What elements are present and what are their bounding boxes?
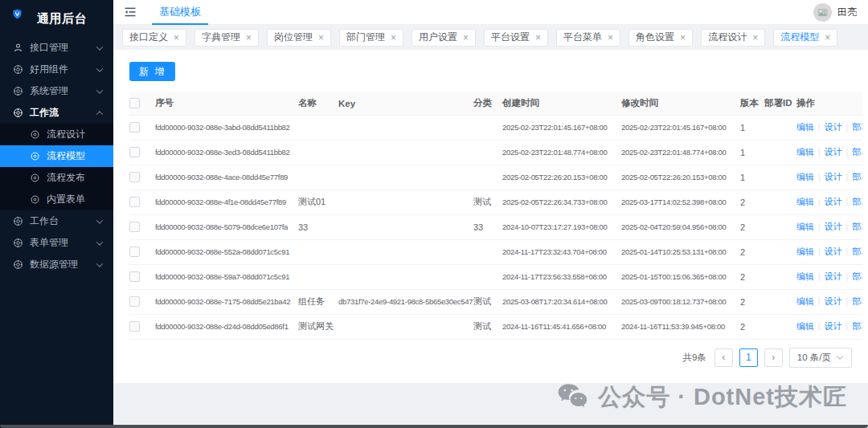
- cell-name: 测试网关: [298, 314, 338, 339]
- action-separator: |: [818, 247, 821, 256]
- table-row: fdd00000-9032-088e-4f1e-08dd45e77f89测试01…: [129, 190, 862, 214]
- sidebar-item-label: 好用组件: [30, 63, 91, 76]
- action-编辑[interactable]: 编辑: [796, 321, 814, 331]
- cell-name: 测试01: [298, 190, 338, 214]
- action-编辑[interactable]: 编辑: [796, 296, 814, 306]
- close-icon[interactable]: ×: [680, 33, 686, 43]
- row-checkbox[interactable]: [129, 271, 140, 282]
- close-icon[interactable]: ×: [535, 33, 541, 43]
- sidebar-subitem-内置表单[interactable]: 内置表单: [0, 189, 113, 210]
- close-icon[interactable]: ×: [752, 33, 758, 43]
- close-icon[interactable]: ×: [318, 33, 324, 43]
- sidebar-item-好用组件[interactable]: 好用组件: [0, 59, 113, 80]
- close-icon[interactable]: ×: [174, 33, 179, 43]
- action-设计[interactable]: 设计: [825, 147, 842, 157]
- close-icon[interactable]: ×: [825, 33, 830, 43]
- prev-page-button[interactable]: ‹: [714, 349, 733, 367]
- cell-version: 1: [740, 140, 764, 165]
- action-部署[interactable]: 部署: [852, 122, 862, 132]
- tag-流程设计[interactable]: 流程设计×: [701, 29, 765, 47]
- user-menu[interactable]: 田亮: [813, 3, 857, 22]
- action-设计[interactable]: 设计: [825, 172, 842, 181]
- tag-平台设置[interactable]: 平台设置×: [484, 29, 548, 47]
- cell-created: 2025-02-23T22:01:48.774+08:00: [502, 140, 621, 165]
- row-checkbox[interactable]: [129, 321, 140, 332]
- tag-字典管理[interactable]: 字典管理×: [194, 29, 259, 47]
- action-设计[interactable]: 设计: [825, 247, 842, 256]
- row-checkbox[interactable]: [129, 122, 140, 132]
- close-icon[interactable]: ×: [608, 33, 613, 43]
- action-编辑[interactable]: 编辑: [796, 271, 814, 281]
- action-separator: |: [846, 247, 849, 256]
- tag-部门管理[interactable]: 部门管理×: [339, 29, 403, 47]
- action-设计[interactable]: 设计: [825, 197, 842, 206]
- row-checkbox[interactable]: [129, 172, 140, 182]
- sidebar-item-系统管理[interactable]: 系统管理: [0, 80, 113, 102]
- action-编辑[interactable]: 编辑: [796, 222, 814, 231]
- cell-deploy-id: [764, 314, 796, 339]
- row-checkbox[interactable]: [129, 197, 140, 207]
- cell-category: [473, 239, 502, 264]
- tag-岗位管理[interactable]: 岗位管理×: [267, 29, 331, 47]
- close-icon[interactable]: ×: [463, 33, 469, 43]
- cell-created: 2025-02-23T22:01:45.167+08:00: [502, 115, 621, 140]
- tag-平台菜单[interactable]: 平台菜单×: [556, 29, 620, 47]
- cell-actions: 编辑|设计|部署: [796, 264, 862, 289]
- action-部署[interactable]: 部署: [852, 222, 862, 231]
- cell-name: [298, 140, 338, 165]
- sidebar-subitem-流程模型[interactable]: 流程模型: [0, 145, 113, 167]
- sidebar-subitem-流程发布[interactable]: 流程发布: [0, 167, 113, 189]
- action-设计[interactable]: 设计: [825, 296, 842, 306]
- select-all-checkbox[interactable]: [129, 98, 140, 108]
- sidebar-item-工作流[interactable]: 工作流: [0, 102, 113, 124]
- sidebar-item-工作台[interactable]: 工作台: [0, 210, 113, 232]
- sidebar-item-数据源管理[interactable]: 数据源管理: [0, 254, 113, 275]
- tab-base-template[interactable]: 基础模板: [157, 0, 203, 25]
- row-checkbox[interactable]: [129, 147, 140, 157]
- row-checkbox[interactable]: [129, 247, 140, 257]
- action-设计[interactable]: 设计: [825, 222, 842, 231]
- sidebar-item-接口管理[interactable]: 接口管理: [0, 37, 113, 59]
- action-编辑[interactable]: 编辑: [796, 172, 814, 181]
- next-page-button[interactable]: ›: [764, 349, 783, 367]
- main-area: 基础模板 田亮 接口定义×字典管理×岗位管理×部门管理×用户设置×平台设置×平台…: [113, 0, 868, 428]
- menu-fold-icon[interactable]: [123, 5, 137, 19]
- action-部署[interactable]: 部署: [852, 172, 862, 181]
- action-编辑[interactable]: 编辑: [796, 122, 814, 132]
- sidebar-item-表单管理[interactable]: 表单管理: [0, 232, 113, 254]
- window-bottom-edge: [0, 425, 868, 428]
- cell-deploy-id: [764, 239, 796, 264]
- action-部署[interactable]: 部署: [852, 197, 862, 206]
- action-编辑[interactable]: 编辑: [796, 197, 814, 206]
- action-部署[interactable]: 部署: [852, 247, 862, 256]
- action-部署[interactable]: 部署: [852, 321, 862, 331]
- sidebar-item-label: 工作台: [30, 214, 91, 228]
- select-all-header: [129, 92, 155, 115]
- action-部署[interactable]: 部署: [852, 147, 862, 157]
- cell-name: 33: [298, 214, 338, 239]
- close-icon[interactable]: ×: [391, 33, 396, 43]
- action-separator: |: [846, 272, 849, 281]
- close-icon[interactable]: ×: [246, 33, 252, 43]
- tag-用户设置[interactable]: 用户设置×: [411, 29, 476, 47]
- action-部署[interactable]: 部署: [852, 296, 862, 306]
- action-设计[interactable]: 设计: [825, 271, 842, 281]
- action-编辑[interactable]: 编辑: [796, 147, 814, 157]
- action-separator: |: [818, 123, 821, 132]
- row-checkbox[interactable]: [129, 222, 140, 232]
- action-设计[interactable]: 设计: [825, 122, 842, 132]
- cell-key: [338, 239, 473, 264]
- add-button[interactable]: 新 增: [129, 62, 175, 81]
- action-编辑[interactable]: 编辑: [796, 247, 814, 256]
- action-部署[interactable]: 部署: [852, 271, 862, 281]
- tag-流程模型[interactable]: 流程模型×: [773, 29, 837, 47]
- cell-actions: 编辑|设计|部署: [796, 190, 862, 214]
- page-size-select[interactable]: 10 条/页: [789, 348, 852, 368]
- sidebar-subitem-流程设计[interactable]: 流程设计: [0, 124, 113, 145]
- column-header-序号: 序号: [155, 92, 298, 115]
- tag-角色设置[interactable]: 角色设置×: [628, 29, 693, 47]
- action-设计[interactable]: 设计: [825, 321, 842, 331]
- row-checkbox[interactable]: [129, 296, 140, 307]
- page-number-button[interactable]: 1: [739, 349, 758, 367]
- tag-接口定义[interactable]: 接口定义×: [122, 29, 186, 47]
